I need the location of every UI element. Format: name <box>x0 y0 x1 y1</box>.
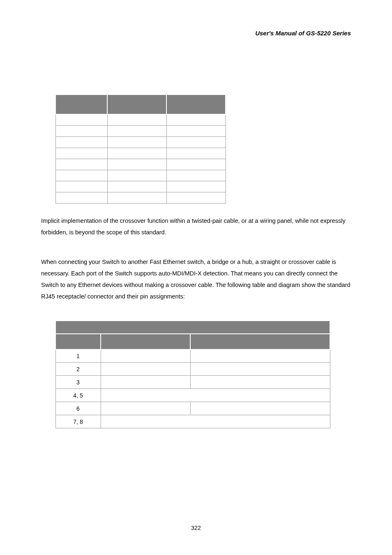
table1-cell <box>166 159 226 170</box>
table1-cell <box>107 181 166 192</box>
table-pin-assignments: 1 2 3 4, 5 6 7, 8 <box>55 320 330 429</box>
table1-cell <box>166 125 226 136</box>
table1-cell <box>55 114 107 125</box>
table1-cell <box>107 159 166 170</box>
table1-cell <box>166 192 226 203</box>
table2-cell <box>101 415 330 428</box>
table2-header-top <box>55 321 330 334</box>
table1-header-col3 <box>166 95 226 114</box>
table1-cell <box>166 181 226 192</box>
table1-cell <box>55 125 107 136</box>
table2-pin-cell: 4, 5 <box>55 389 101 402</box>
table2-pin-cell: 2 <box>55 363 101 376</box>
table1-cell <box>107 148 166 159</box>
table2-header-col2 <box>101 334 190 349</box>
table2-pin-cell: 3 <box>55 376 101 389</box>
table2-header-pin <box>55 334 101 349</box>
table2-pin-cell: 6 <box>55 402 101 415</box>
table1-header-col1 <box>55 95 107 114</box>
table2-cell <box>101 349 190 363</box>
table1-cell <box>107 136 166 148</box>
table2-cell <box>190 363 330 376</box>
table1-cell <box>107 125 166 136</box>
table2-cell <box>101 376 190 389</box>
table1-cell <box>55 181 107 192</box>
table2-cell <box>190 376 330 389</box>
table1-cell <box>55 136 107 148</box>
table1-cell <box>166 136 226 148</box>
table1-cell <box>107 170 166 181</box>
table1-header-col2 <box>107 95 166 114</box>
paragraph-mdi-detection: When connecting your Switch to another F… <box>41 256 351 302</box>
table2-pin-cell: 1 <box>55 349 101 363</box>
table-mdi-crossover <box>55 94 226 204</box>
table1-cell <box>107 192 166 203</box>
table1-cell <box>55 159 107 170</box>
table2-cell <box>190 402 330 415</box>
table1-cell <box>166 148 226 159</box>
table2-cell <box>101 402 190 415</box>
page-number: 322 <box>0 525 392 531</box>
table2-pin-cell: 7, 8 <box>55 415 101 428</box>
table1-cell <box>166 170 226 181</box>
page-header: User's Manual of GS-5220 Series <box>41 30 351 37</box>
table1-cell <box>55 148 107 159</box>
table2-cell <box>101 389 330 402</box>
table1-cell <box>166 114 226 125</box>
table2-cell <box>101 363 190 376</box>
paragraph-crossover-note: Implicit implementation of the crossover… <box>41 215 351 238</box>
table2-header-col3 <box>190 334 330 349</box>
table1-cell <box>55 170 107 181</box>
table1-cell <box>107 114 166 125</box>
table2-cell <box>190 349 330 363</box>
table1-cell <box>55 192 107 203</box>
